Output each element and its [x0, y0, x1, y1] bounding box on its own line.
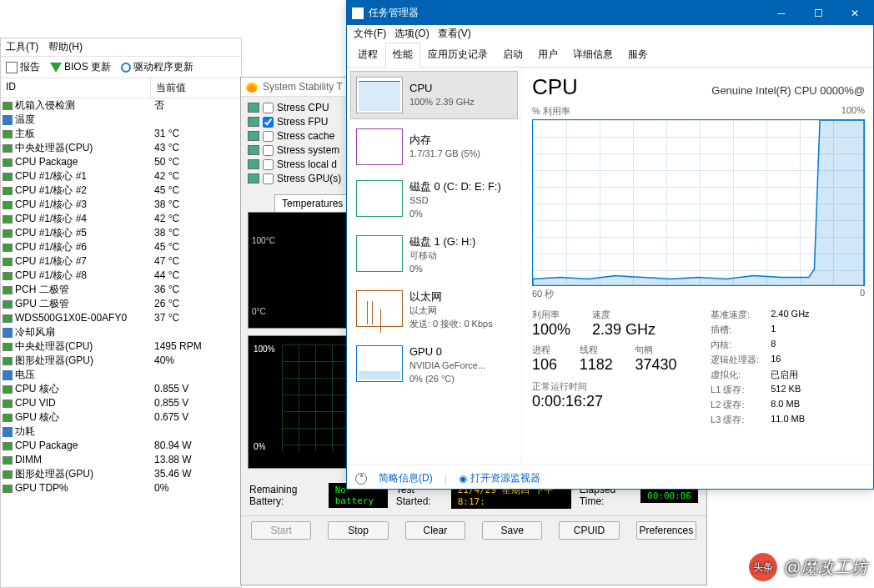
maximize-button[interactable]: ☐: [800, 1, 836, 25]
menu-tools[interactable]: 工具(T): [6, 40, 38, 54]
sensor-row[interactable]: GPU TDP%0%: [1, 481, 241, 495]
menu-options[interactable]: 选项(O): [394, 27, 429, 41]
sensor-row[interactable]: CPU VID0.855 V: [1, 396, 241, 410]
sensor-icon: [3, 456, 13, 465]
cpuid-button[interactable]: CPUID: [559, 521, 619, 540]
sensor-icon: [3, 229, 13, 238]
stress-checkbox[interactable]: [263, 145, 274, 156]
menu-help[interactable]: 帮助(H): [48, 40, 83, 54]
sensor-icon: [3, 314, 13, 323]
tm-sidebar[interactable]: CPU 100% 2.39 GHz 内存 1.7/31.7 GB (5%) 磁盘…: [347, 68, 522, 464]
sensor-row[interactable]: PCH 二极管36 °C: [1, 283, 241, 297]
sensor-row[interactable]: CPU #1/核心 #538 °C: [1, 226, 241, 240]
minimize-button[interactable]: ─: [763, 1, 800, 25]
save-button[interactable]: Save: [482, 521, 542, 540]
brief-info-link[interactable]: 简略信息(D): [379, 471, 433, 485]
task-manager-window: 任务管理器 ─ ☐ ✕ 文件(F) 选项(O) 查看(V) 进程性能应用历史记录…: [346, 0, 874, 490]
sidebar-item-disk[interactable]: 磁盘 1 (G: H:) 可移动0%: [350, 229, 518, 281]
sensor-row[interactable]: GPU 二极管26 °C: [1, 297, 241, 311]
option-icon: [248, 159, 259, 169]
sensor-row[interactable]: WDS500G1X0E-00AFY037 °C: [1, 311, 241, 325]
report-button[interactable]: 报告: [6, 60, 40, 74]
open-resmon-link[interactable]: ◉ 打开资源监视器: [459, 471, 540, 485]
column-value[interactable]: 当前值: [151, 78, 241, 98]
bios-update-button[interactable]: BIOS 更新: [50, 60, 111, 74]
section-header: 功耗: [1, 425, 241, 439]
menu-view[interactable]: 查看(V): [438, 27, 471, 41]
sensor-row[interactable]: 图形处理器(GPU)40%: [1, 354, 241, 368]
stress-checkbox[interactable]: [263, 117, 274, 128]
sensor-row[interactable]: CPU #1/核心 #142 °C: [1, 169, 241, 183]
sensor-icon: [3, 300, 13, 309]
sensor-row[interactable]: CPU 核心0.855 V: [1, 382, 241, 396]
sidebar-item-cpu[interactable]: CPU 100% 2.39 GHz: [350, 71, 518, 119]
sidebar-item-eth[interactable]: 以太网 以太网发送: 0 接收: 0 Kbps: [350, 284, 518, 336]
stress-checkbox[interactable]: [263, 131, 274, 142]
tab-进程[interactable]: 进程: [350, 43, 385, 67]
uptime-value: 0:00:16:27: [532, 393, 677, 410]
eth-thumb-icon: [356, 290, 403, 327]
sidebar-item-gpu[interactable]: GPU 0 NVIDIA GeForce...0% (26 °C): [350, 339, 518, 391]
clear-button[interactable]: Clear: [405, 521, 465, 540]
stop-button[interactable]: Stop: [328, 521, 388, 540]
tab-应用历史记录[interactable]: 应用历史记录: [420, 43, 495, 67]
sensor-icon: [3, 485, 13, 493]
tab-详细信息[interactable]: 详细信息: [565, 43, 620, 67]
sensor-row[interactable]: CPU #1/核心 #245 °C: [1, 183, 241, 198]
flame-icon: [246, 81, 258, 93]
driver-update-button[interactable]: 驱动程序更新: [121, 60, 193, 74]
tab-temperatures[interactable]: Temperatures: [274, 194, 350, 212]
preferences-button[interactable]: Preferences: [636, 521, 696, 540]
column-id[interactable]: ID: [1, 78, 151, 98]
sensor-row[interactable]: 主板31 °C: [1, 127, 241, 141]
sensor-row[interactable]: CPU #1/核心 #844 °C: [1, 269, 241, 283]
tab-用户[interactable]: 用户: [530, 43, 565, 67]
sensor-row[interactable]: CPU Package50 °C: [1, 155, 241, 169]
sensor-row[interactable]: 图形处理器(GPU)35.46 W: [1, 467, 241, 481]
sensor-icon: [3, 187, 13, 195]
sensor-icon: [3, 357, 13, 365]
sensor-row[interactable]: 中央处理器(CPU)1495 RPM: [1, 339, 241, 354]
report-icon: [6, 62, 18, 73]
search-icon: [121, 63, 131, 73]
sensor-row[interactable]: DIMM13.88 W: [1, 453, 241, 467]
sidebar-item-mem[interactable]: 内存 1.7/31.7 GB (5%): [350, 123, 518, 171]
tm-title: 任务管理器: [369, 6, 419, 20]
sensor-toolbar: 报告 BIOS 更新 驱动程序更新: [1, 57, 241, 78]
option-icon: [248, 131, 259, 141]
menu-file[interactable]: 文件(F): [354, 27, 386, 41]
sensor-row[interactable]: CPU Package80.94 W: [1, 439, 241, 453]
sensor-icon: [3, 385, 13, 394]
stress-checkbox[interactable]: [263, 159, 274, 170]
sensor-row[interactable]: CPU #1/核心 #747 °C: [1, 254, 241, 269]
tm-footer: ˄ 简略信息(D) | ◉ 打开资源监视器: [347, 464, 873, 492]
disk-thumb-icon: [356, 180, 403, 217]
sensor-icon: [3, 258, 13, 266]
tm-titlebar[interactable]: 任务管理器 ─ ☐ ✕: [347, 1, 873, 25]
sensor-icon: [3, 470, 13, 479]
tab-服务[interactable]: 服务: [620, 43, 656, 67]
sensor-table-body[interactable]: 机箱入侵检测否温度主板31 °C中央处理器(CPU)43 °CCPU Packa…: [1, 98, 241, 495]
tab-性能[interactable]: 性能: [385, 43, 420, 68]
sensor-row[interactable]: GPU 核心0.675 V: [1, 410, 241, 425]
close-button[interactable]: ✕: [836, 1, 873, 25]
sidebar-item-disk[interactable]: 磁盘 0 (C: D: E: F:) SSD0%: [350, 174, 518, 226]
watermark-text: @魔改工坊: [784, 556, 867, 579]
tm-main: CPU Genuine Intel(R) CPU 0000%@ % 利用率 10…: [522, 68, 873, 464]
sensor-row[interactable]: 中央处理器(CPU)43 °C: [1, 141, 241, 155]
start-button[interactable]: Start: [251, 521, 311, 540]
stress-checkbox[interactable]: [263, 103, 274, 113]
tab-启动[interactable]: 启动: [495, 43, 530, 67]
sensor-icon: [3, 286, 13, 294]
option-icon: [248, 103, 259, 113]
sensor-row[interactable]: CPU #1/核心 #442 °C: [1, 212, 241, 226]
sensor-icon: [3, 130, 13, 138]
section-header: 温度: [1, 113, 241, 127]
sensor-table-header: ID 当前值: [1, 78, 241, 98]
sensor-row[interactable]: 机箱入侵检测否: [1, 98, 241, 113]
sensor-row[interactable]: CPU #1/核心 #338 °C: [1, 198, 241, 212]
stress-checkbox[interactable]: [263, 173, 274, 184]
section-header: 冷却风扇: [1, 325, 241, 339]
cpu-usage-chart[interactable]: [532, 119, 865, 286]
sensor-row[interactable]: CPU #1/核心 #645 °C: [1, 240, 241, 254]
